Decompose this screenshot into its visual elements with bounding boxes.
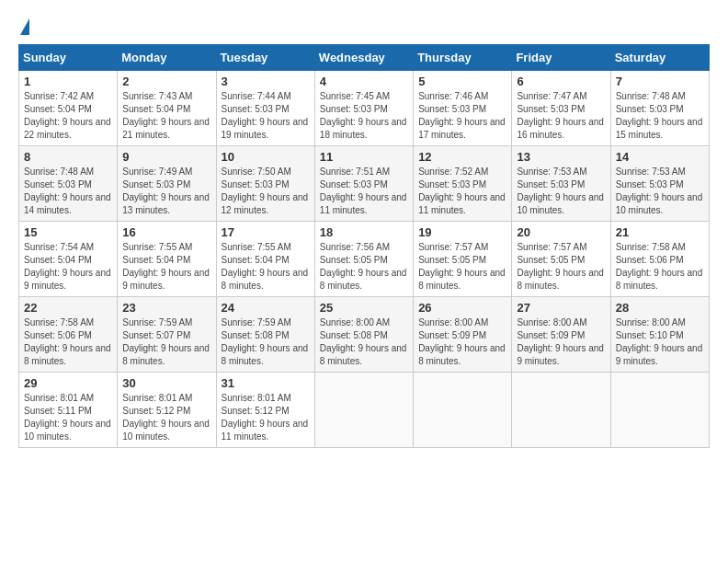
calendar-cell: 18 Sunrise: 7:56 AMSunset: 5:05 PMDaylig… [314, 222, 413, 297]
calendar-week-row: 29 Sunrise: 8:01 AMSunset: 5:11 PMDaylig… [19, 373, 710, 448]
calendar-cell: 20 Sunrise: 7:57 AMSunset: 5:05 PMDaylig… [512, 222, 610, 297]
day-info: Sunrise: 7:56 AMSunset: 5:05 PMDaylight:… [320, 242, 407, 291]
page-header [18, 18, 710, 35]
calendar-cell: 11 Sunrise: 7:51 AMSunset: 5:03 PMDaylig… [314, 146, 413, 222]
calendar-cell: 3 Sunrise: 7:44 AMSunset: 5:03 PMDayligh… [216, 71, 314, 146]
day-number: 13 [517, 150, 605, 164]
day-number: 4 [320, 75, 408, 88]
day-number: 24 [222, 301, 310, 315]
calendar-cell: 24 Sunrise: 7:59 AMSunset: 5:08 PMDaylig… [216, 297, 314, 373]
calendar-header-tuesday: Tuesday [216, 45, 314, 71]
day-number: 21 [616, 225, 704, 239]
day-number: 12 [418, 150, 506, 164]
day-info: Sunrise: 8:01 AMSunset: 5:12 PMDaylight:… [222, 393, 309, 442]
day-number: 16 [122, 225, 210, 239]
day-info: Sunrise: 7:47 AMSunset: 5:03 PMDaylight:… [517, 91, 604, 140]
calendar-cell: 15 Sunrise: 7:54 AMSunset: 5:04 PMDaylig… [19, 222, 118, 297]
day-number: 20 [517, 225, 605, 239]
day-number: 18 [320, 225, 408, 239]
day-info: Sunrise: 7:50 AMSunset: 5:03 PMDaylight:… [222, 167, 309, 215]
calendar-cell: 10 Sunrise: 7:50 AMSunset: 5:03 PMDaylig… [216, 146, 314, 222]
day-number: 28 [616, 301, 704, 315]
day-info: Sunrise: 7:44 AMSunset: 5:03 PMDaylight:… [222, 91, 309, 140]
calendar-week-row: 15 Sunrise: 7:54 AMSunset: 5:04 PMDaylig… [19, 222, 710, 297]
calendar-cell: 5 Sunrise: 7:46 AMSunset: 5:03 PMDayligh… [414, 71, 512, 146]
day-info: Sunrise: 7:51 AMSunset: 5:03 PMDaylight:… [320, 167, 407, 215]
day-info: Sunrise: 8:00 AMSunset: 5:09 PMDaylight:… [517, 317, 604, 366]
day-info: Sunrise: 8:01 AMSunset: 5:11 PMDaylight:… [24, 393, 111, 442]
calendar-cell [414, 373, 512, 448]
day-number: 8 [24, 150, 112, 164]
day-info: Sunrise: 7:48 AMSunset: 5:03 PMDaylight:… [24, 167, 111, 215]
calendar-cell [314, 373, 413, 448]
day-info: Sunrise: 7:48 AMSunset: 5:03 PMDaylight:… [616, 91, 703, 140]
calendar-cell [610, 373, 709, 448]
day-number: 23 [122, 301, 210, 315]
calendar-cell: 1 Sunrise: 7:42 AMSunset: 5:04 PMDayligh… [19, 71, 118, 146]
day-info: Sunrise: 7:55 AMSunset: 5:04 PMDaylight:… [122, 242, 210, 291]
calendar-cell: 17 Sunrise: 7:55 AMSunset: 5:04 PMDaylig… [216, 222, 314, 297]
day-number: 1 [24, 75, 112, 88]
calendar-header-thursday: Thursday [414, 45, 512, 71]
day-info: Sunrise: 7:54 AMSunset: 5:04 PMDaylight:… [24, 242, 111, 291]
day-info: Sunrise: 7:58 AMSunset: 5:06 PMDaylight:… [24, 317, 111, 366]
day-number: 29 [24, 376, 112, 390]
calendar-header-monday: Monday [118, 45, 216, 71]
calendar-header-wednesday: Wednesday [314, 45, 413, 71]
day-info: Sunrise: 7:52 AMSunset: 5:03 PMDaylight:… [418, 167, 506, 215]
calendar-cell: 21 Sunrise: 7:58 AMSunset: 5:06 PMDaylig… [610, 222, 709, 297]
day-number: 26 [418, 301, 506, 315]
calendar-cell: 19 Sunrise: 7:57 AMSunset: 5:05 PMDaylig… [414, 222, 512, 297]
calendar-cell: 13 Sunrise: 7:53 AMSunset: 5:03 PMDaylig… [512, 146, 610, 222]
day-info: Sunrise: 7:57 AMSunset: 5:05 PMDaylight:… [418, 242, 506, 291]
calendar-cell: 4 Sunrise: 7:45 AMSunset: 5:03 PMDayligh… [314, 71, 413, 146]
logo [18, 18, 29, 35]
calendar-cell: 29 Sunrise: 8:01 AMSunset: 5:11 PMDaylig… [19, 373, 118, 448]
day-info: Sunrise: 7:59 AMSunset: 5:08 PMDaylight:… [222, 317, 309, 366]
calendar-cell: 27 Sunrise: 8:00 AMSunset: 5:09 PMDaylig… [512, 297, 610, 373]
calendar-cell: 28 Sunrise: 8:00 AMSunset: 5:10 PMDaylig… [610, 297, 709, 373]
day-info: Sunrise: 8:00 AMSunset: 5:08 PMDaylight:… [320, 317, 407, 366]
calendar-header-sunday: Sunday [19, 45, 118, 71]
calendar-cell: 30 Sunrise: 8:01 AMSunset: 5:12 PMDaylig… [118, 373, 216, 448]
calendar-cell: 2 Sunrise: 7:43 AMSunset: 5:04 PMDayligh… [118, 71, 216, 146]
day-info: Sunrise: 8:00 AMSunset: 5:09 PMDaylight:… [418, 317, 506, 366]
calendar-cell: 12 Sunrise: 7:52 AMSunset: 5:03 PMDaylig… [414, 146, 512, 222]
calendar-cell: 23 Sunrise: 7:59 AMSunset: 5:07 PMDaylig… [118, 297, 216, 373]
calendar-week-row: 22 Sunrise: 7:58 AMSunset: 5:06 PMDaylig… [19, 297, 710, 373]
day-number: 3 [222, 75, 310, 88]
calendar-cell: 14 Sunrise: 7:53 AMSunset: 5:03 PMDaylig… [610, 146, 709, 222]
calendar-cell: 26 Sunrise: 8:00 AMSunset: 5:09 PMDaylig… [414, 297, 512, 373]
calendar-week-row: 1 Sunrise: 7:42 AMSunset: 5:04 PMDayligh… [19, 71, 710, 146]
day-number: 31 [222, 376, 310, 390]
day-number: 6 [517, 75, 605, 88]
calendar-cell: 8 Sunrise: 7:48 AMSunset: 5:03 PMDayligh… [19, 146, 118, 222]
day-info: Sunrise: 7:43 AMSunset: 5:04 PMDaylight:… [122, 91, 210, 140]
day-info: Sunrise: 7:53 AMSunset: 5:03 PMDaylight:… [517, 167, 604, 215]
calendar-cell: 22 Sunrise: 7:58 AMSunset: 5:06 PMDaylig… [19, 297, 118, 373]
day-number: 9 [122, 150, 210, 164]
day-number: 5 [418, 75, 506, 88]
day-info: Sunrise: 7:58 AMSunset: 5:06 PMDaylight:… [616, 242, 703, 291]
calendar-cell: 9 Sunrise: 7:49 AMSunset: 5:03 PMDayligh… [118, 146, 216, 222]
day-info: Sunrise: 7:55 AMSunset: 5:04 PMDaylight:… [222, 242, 309, 291]
calendar-header-friday: Friday [512, 45, 610, 71]
calendar-cell: 16 Sunrise: 7:55 AMSunset: 5:04 PMDaylig… [118, 222, 216, 297]
day-number: 11 [320, 150, 408, 164]
day-info: Sunrise: 8:01 AMSunset: 5:12 PMDaylight:… [122, 393, 210, 442]
calendar-cell: 25 Sunrise: 8:00 AMSunset: 5:08 PMDaylig… [314, 297, 413, 373]
calendar-table: SundayMondayTuesdayWednesdayThursdayFrid… [18, 44, 710, 448]
day-number: 17 [222, 225, 310, 239]
day-info: Sunrise: 7:42 AMSunset: 5:04 PMDaylight:… [24, 91, 111, 140]
day-number: 22 [24, 301, 112, 315]
day-info: Sunrise: 7:46 AMSunset: 5:03 PMDaylight:… [418, 91, 506, 140]
day-number: 7 [616, 75, 704, 88]
day-info: Sunrise: 7:45 AMSunset: 5:03 PMDaylight:… [320, 91, 407, 140]
calendar-header-row: SundayMondayTuesdayWednesdayThursdayFrid… [19, 45, 710, 71]
day-number: 19 [418, 225, 506, 239]
day-number: 30 [122, 376, 210, 390]
day-info: Sunrise: 7:53 AMSunset: 5:03 PMDaylight:… [616, 167, 703, 215]
calendar-cell [512, 373, 610, 448]
calendar-cell: 31 Sunrise: 8:01 AMSunset: 5:12 PMDaylig… [216, 373, 314, 448]
calendar-body: 1 Sunrise: 7:42 AMSunset: 5:04 PMDayligh… [19, 71, 710, 448]
